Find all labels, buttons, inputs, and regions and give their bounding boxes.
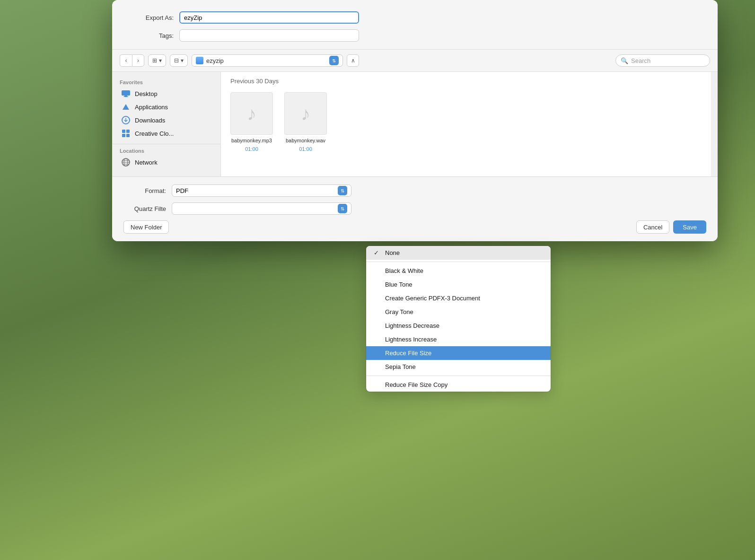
sidebar-divider [112, 144, 220, 144]
desktop-icon [122, 89, 130, 98]
location-spinner[interactable]: ⇅ [329, 56, 339, 65]
quartz-label: Quartz Filte [123, 205, 166, 212]
forward-icon: › [137, 57, 139, 64]
file-browser: Previous 30 Days ♪ babymonkey.mp3 01:00 … [221, 72, 718, 176]
tags-label: Tags: [131, 32, 174, 39]
forward-button[interactable]: › [132, 54, 144, 67]
dropdown-item-gray[interactable]: Gray Tone [366, 305, 551, 319]
search-bar[interactable]: 🔍 Search [615, 54, 710, 67]
folder-icon [196, 57, 203, 64]
sidebar-item-network[interactable]: Network [114, 156, 219, 169]
export-as-row: Export As: [131, 11, 699, 24]
applications-icon [122, 103, 130, 111]
sidebar-item-applications[interactable]: Applications [114, 100, 219, 114]
grid-view-button[interactable]: ⊞ ▾ [148, 54, 166, 67]
dropdown-item-lightness-inc[interactable]: Lightness Increase [366, 332, 551, 346]
sidebar-item-network-label: Network [135, 159, 158, 166]
dropdown-item-blue-label: Blue Tone [385, 281, 413, 288]
list-icon: ⊟ [174, 57, 179, 64]
spinner-arrows: ⇅ [332, 58, 336, 63]
action-row: New Folder Cancel Save [123, 220, 706, 234]
file-meta-wav: 01:00 [299, 146, 312, 152]
tags-input[interactable] [179, 29, 359, 42]
save-dialog: Export As: Tags: ‹ › ⊞ ▾ ⊟ ▾ ezyzip [112, 0, 718, 241]
action-buttons: Cancel Save [636, 220, 706, 234]
svg-rect-1 [124, 96, 127, 96]
search-placeholder: Search [631, 57, 650, 64]
svg-rect-6 [122, 134, 125, 137]
files-grid: ♪ babymonkey.mp3 01:00 ♪ babymonkey.wav … [221, 88, 718, 161]
dropdown-item-bw[interactable]: Black & White [366, 264, 551, 278]
export-as-input[interactable] [179, 11, 359, 24]
back-button[interactable]: ‹ [120, 54, 132, 67]
expand-button[interactable]: ∧ [347, 54, 359, 67]
format-spinner: ⇅ [338, 186, 347, 195]
search-icon: 🔍 [621, 57, 628, 64]
main-content: Favorites Desktop Application [112, 72, 718, 176]
sidebar: Favorites Desktop Application [112, 72, 221, 176]
dropdown-item-reduce-copy-label: Reduce File Size Copy [385, 381, 448, 388]
tags-row: Tags: [131, 29, 699, 42]
file-thumb-wav: ♪ [284, 92, 327, 135]
dropdown-item-lightness-dec[interactable]: Lightness Decrease [366, 319, 551, 332]
dropdown-item-reduce[interactable]: Reduce File Size [366, 346, 551, 360]
quartz-spinner: ⇅ [338, 204, 347, 213]
quartz-filter-dropdown: ✓ None Black & White Blue Tone Create Ge… [366, 246, 551, 392]
dropdown-item-gray-label: Gray Tone [385, 308, 413, 315]
dropdown-item-lightness-dec-label: Lightness Decrease [385, 322, 439, 329]
back-icon: ‹ [125, 57, 127, 64]
cancel-button[interactable]: Cancel [636, 220, 669, 234]
file-name-wav: babymonkey.wav [286, 138, 325, 143]
dropdown-item-sepia[interactable]: Sepia Tone [366, 360, 551, 374]
network-icon [122, 158, 130, 166]
save-button[interactable]: Save [673, 220, 706, 234]
new-folder-button[interactable]: New Folder [123, 220, 169, 234]
dropdown-item-lightness-inc-label: Lightness Increase [385, 336, 437, 343]
dropdown-item-blue[interactable]: Blue Tone [366, 278, 551, 291]
sidebar-item-downloads[interactable]: Downloads [114, 114, 219, 127]
music-note-icon2: ♪ [301, 103, 310, 124]
nav-group: ‹ › [120, 54, 144, 67]
dropdown-item-none-label: None [385, 249, 400, 256]
toolbar: ‹ › ⊞ ▾ ⊟ ▾ ezyzip ⇅ ∧ 🔍 Search [112, 50, 718, 72]
checkmark-none: ✓ [374, 249, 380, 256]
sidebar-item-desktop[interactable]: Desktop [114, 87, 219, 100]
sidebar-item-downloads-label: Downloads [135, 117, 165, 124]
creative-icon [122, 129, 130, 138]
sidebar-item-creative-label: Creative Clo... [135, 130, 174, 137]
downloads-icon [122, 116, 130, 124]
svg-rect-0 [122, 90, 130, 96]
svg-rect-5 [126, 130, 130, 133]
dropdown-divider-2 [366, 376, 551, 376]
format-select[interactable]: PDF ⇅ [172, 184, 351, 197]
sidebar-item-desktop-label: Desktop [135, 90, 158, 97]
expand-icon: ∧ [351, 57, 355, 64]
location-bar: ezyzip ⇅ [192, 54, 343, 67]
svg-rect-2 [123, 96, 128, 97]
dropdown-item-bw-label: Black & White [385, 267, 423, 274]
dropdown-item-reduce-label: Reduce File Size [385, 350, 431, 357]
grid-icon: ⊞ [152, 57, 157, 64]
music-note-icon: ♪ [247, 103, 256, 124]
quartz-select[interactable]: ⇅ [172, 202, 351, 215]
favorites-label: Favorites [112, 79, 220, 85]
dropdown-item-reduce-copy[interactable]: Reduce File Size Copy [366, 378, 551, 392]
file-thumb-mp3: ♪ [230, 92, 273, 135]
quartz-row: Quartz Filte ⇅ [123, 202, 706, 215]
scrollbar[interactable] [711, 72, 718, 176]
list-item[interactable]: ♪ babymonkey.mp3 01:00 [230, 92, 273, 152]
file-name-mp3: babymonkey.mp3 [231, 138, 272, 143]
format-label: Format: [123, 187, 166, 194]
format-value: PDF [176, 187, 188, 194]
file-meta-mp3: 01:00 [245, 146, 258, 152]
sidebar-item-creative[interactable]: Creative Clo... [114, 127, 219, 140]
dropdown-item-none[interactable]: ✓ None [366, 246, 551, 260]
format-row: Format: PDF ⇅ [123, 184, 706, 197]
list-item[interactable]: ♪ babymonkey.wav 01:00 [284, 92, 327, 152]
svg-rect-4 [122, 130, 125, 133]
dropdown-divider-1 [366, 262, 551, 262]
location-name: ezyzip [206, 57, 224, 64]
top-bar: Export As: Tags: [112, 0, 718, 50]
list-view-button[interactable]: ⊟ ▾ [170, 54, 188, 67]
dropdown-item-generic-pdf[interactable]: Create Generic PDFX-3 Document [366, 291, 551, 305]
